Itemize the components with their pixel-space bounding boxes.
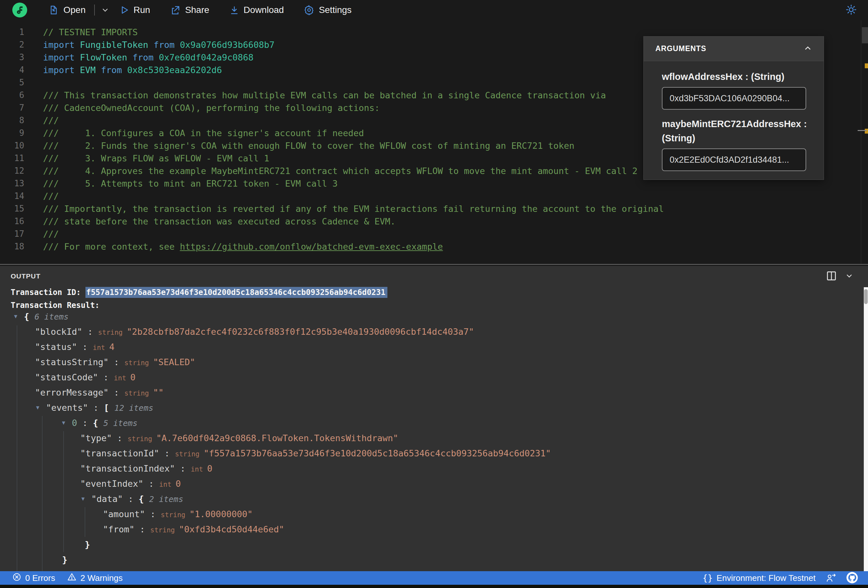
line-number: 4 (0, 64, 24, 76)
code-text: // TESTNET IMPORTS (43, 26, 138, 38)
json-row: { 6 items (24, 309, 69, 324)
json-type-tag: int (190, 466, 207, 473)
line-number: 3 (0, 51, 24, 64)
json-items-count: 12 items (114, 403, 153, 413)
json-key: "events" (46, 403, 88, 413)
feedback-button[interactable] (825, 573, 836, 584)
json-colon: : (88, 403, 104, 413)
environment-label: Environment: Flow Testnet (716, 573, 816, 583)
code-token: import (43, 52, 80, 62)
json-brace: { (24, 311, 35, 321)
theme-toggle-button[interactable] (845, 4, 857, 16)
code-text: /// CadenceOwnedAccount (COA), performin… (43, 102, 379, 114)
line-number: 2 (0, 38, 24, 51)
json-row: "data" : { 2 items (91, 491, 183, 507)
open-menu-caret[interactable] (100, 6, 110, 15)
json-type-tag: int (114, 374, 130, 382)
json-items-count: 6 items (35, 312, 69, 321)
braces-icon: {} (703, 573, 713, 583)
editor-overview-ruler[interactable] (861, 20, 868, 264)
flow-logo-icon[interactable] (12, 3, 27, 18)
chevron-up-icon (803, 43, 813, 54)
sun-icon (845, 12, 857, 16)
json-row: "from" : string "0xfd3b4cd50d44e6ed" (103, 522, 284, 537)
arguments-collapse-button[interactable] (803, 43, 813, 54)
json-colon: : (123, 494, 139, 504)
json-value: 4 (109, 342, 114, 352)
expander-arrow-icon[interactable]: ▼ (61, 415, 66, 430)
code-token: from (132, 52, 159, 62)
argument-input-wflow[interactable] (662, 87, 806, 110)
line-number: 9 (0, 127, 24, 139)
toolbar: Open Run Share Download Settings (0, 0, 868, 20)
code-token: /// 3. Wraps FLOW as WFLOW - EVM call 1 (43, 153, 269, 164)
open-label: Open (63, 5, 86, 15)
github-button[interactable] (846, 572, 858, 585)
code-text: /// 3. Wraps FLOW as WFLOW - EVM call 1 (43, 152, 269, 165)
warning-marker-icon (865, 129, 868, 134)
run-button[interactable]: Run (120, 5, 150, 15)
json-key: "amount" (103, 509, 145, 519)
code-text: /// (43, 114, 59, 127)
line-number: 6 (0, 89, 24, 102)
code-token: import (43, 40, 80, 50)
code-text: /// state before the transaction was exe… (43, 215, 396, 228)
code-line: 15/// Importantly, the transaction is re… (0, 202, 859, 215)
code-token: /// (43, 115, 59, 125)
environment-status[interactable]: {} Environment: Flow Testnet (703, 573, 816, 583)
settings-button[interactable]: Settings (304, 5, 351, 15)
code-token: FungibleToken (80, 40, 154, 50)
line-number: 7 (0, 102, 24, 114)
line-number: 12 (0, 165, 24, 177)
editor-scrollbar-thumb[interactable] (862, 27, 868, 43)
json-key: "status" (35, 342, 77, 352)
code-text: /// Importantly, the transaction is reve… (43, 202, 664, 215)
json-value: "f557a1573b76aa53e73d46f3e10d200d5c18a65… (204, 448, 551, 458)
code-token: /// 4. Approves the example MaybeMintERC… (43, 166, 638, 176)
json-row: "transactionIndex" : int 0 (80, 461, 212, 476)
expander-arrow-icon[interactable]: ▼ (61, 567, 66, 571)
download-button[interactable]: Download (229, 5, 284, 15)
json-row: "type" : string "A.7e60df042a9c0868.Flow… (80, 430, 399, 446)
code-token: 0x7e60df042a9c0868 (159, 52, 254, 62)
share-button[interactable]: Share (170, 5, 210, 15)
code-token: /// Importantly, the transaction is reve… (43, 204, 664, 214)
expander-arrow-icon[interactable]: ▼ (80, 491, 86, 507)
download-label: Download (244, 5, 284, 15)
line-number: 18 (0, 240, 24, 253)
json-colon: : (112, 433, 128, 443)
output-scrollbar-track[interactable] (864, 287, 868, 571)
expander-arrow-icon[interactable]: ▼ (35, 400, 40, 415)
warnings-status[interactable]: 2 Warnings (67, 572, 123, 584)
code-line: 17/// (0, 228, 859, 240)
json-value: "SEALED" (153, 357, 195, 367)
errors-status[interactable]: 0 Errors (12, 572, 55, 584)
json-row: "amount" : string "1.00000000" (103, 507, 252, 522)
code-token: // TESTNET IMPORTS (43, 27, 138, 37)
code-token: 0x9a0766d93b6608b7 (180, 40, 275, 50)
line-number: 8 (0, 114, 24, 127)
json-colon: : (82, 327, 98, 337)
json-brace: [ (104, 403, 115, 413)
toolbar-divider (94, 4, 95, 16)
play-icon (120, 5, 129, 15)
line-number: 17 (0, 228, 24, 240)
argument-input-maybemint[interactable] (662, 149, 806, 171)
json-row: 0 : { 5 items (72, 415, 137, 430)
status-bar: 0 Errors 2 Warnings {} Environment: Flow… (0, 571, 868, 585)
indent-guide (17, 326, 17, 571)
code-token: /// For more context, see (43, 242, 180, 252)
expander-arrow-icon[interactable]: ▼ (13, 309, 18, 324)
share-label: Share (185, 5, 210, 15)
code-link[interactable]: https://github.com/onflow/batched-evm-ex… (180, 242, 443, 252)
gear-icon (304, 5, 314, 15)
json-colon: : (134, 524, 151, 534)
open-button[interactable]: Open (49, 5, 86, 15)
code-token: /// CadenceOwnedAccount (COA), performin… (43, 103, 379, 113)
code-token: from (154, 40, 180, 50)
line-number: 10 (0, 139, 24, 152)
json-row: "eventIndex" : int 0 (80, 476, 181, 491)
arguments-panel-header[interactable]: ARGUMENTS (644, 37, 824, 61)
output-scrollbar-thumb[interactable] (864, 289, 868, 304)
json-items-count: 2 items (149, 495, 183, 504)
